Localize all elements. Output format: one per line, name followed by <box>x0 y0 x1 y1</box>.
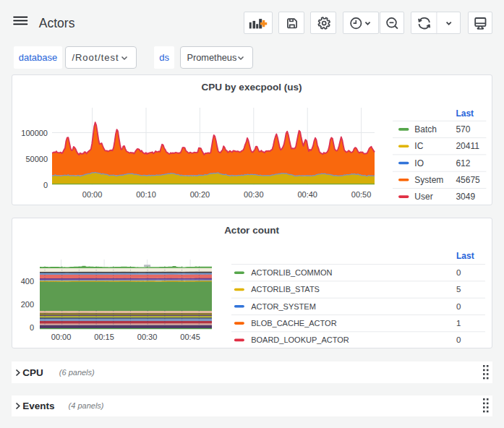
svg-text:00:30: 00:30 <box>137 333 158 341</box>
svg-text:Batch: Batch <box>414 124 437 134</box>
svg-text:400: 400 <box>21 277 34 286</box>
svg-text:00:50: 00:50 <box>351 190 372 199</box>
svg-text:5: 5 <box>456 285 461 294</box>
svg-text:20411: 20411 <box>456 141 479 151</box>
svg-text:200: 200 <box>21 300 34 309</box>
svg-text:3049: 3049 <box>456 192 475 202</box>
svg-text:CPU by execpool (us): CPU by execpool (us) <box>202 82 302 93</box>
svg-text:00:20: 00:20 <box>190 190 210 199</box>
svg-text:0: 0 <box>456 268 461 277</box>
svg-text:BOARD_LOOKUP_ACTOR: BOARD_LOOKUP_ACTOR <box>251 335 349 344</box>
svg-text:ACTORLIB_COMMON: ACTORLIB_COMMON <box>251 268 332 277</box>
svg-text:1: 1 <box>456 319 461 328</box>
svg-text:IO: IO <box>414 158 424 168</box>
svg-text:50000: 50000 <box>25 155 48 163</box>
svg-text:612: 612 <box>456 158 470 168</box>
svg-text:Last: Last <box>456 108 474 119</box>
svg-text:00:10: 00:10 <box>136 190 156 199</box>
svg-text:00:45: 00:45 <box>180 333 200 341</box>
svg-text:0: 0 <box>456 302 461 311</box>
svg-text:Last: Last <box>456 251 474 261</box>
svg-text:00:00: 00:00 <box>51 333 72 341</box>
svg-text:00:30: 00:30 <box>244 190 264 199</box>
svg-text:45675: 45675 <box>456 175 480 185</box>
svg-text:00:00: 00:00 <box>82 190 103 199</box>
svg-text:System: System <box>414 175 443 185</box>
svg-text:00:40: 00:40 <box>297 190 317 199</box>
svg-text:ACTORLIB_STATS: ACTORLIB_STATS <box>251 285 320 294</box>
svg-text:0: 0 <box>30 323 34 332</box>
svg-text:User: User <box>414 192 432 202</box>
svg-text:BLOB_CACHE_ACTOR: BLOB_CACHE_ACTOR <box>251 319 336 328</box>
svg-text:IC: IC <box>414 141 423 151</box>
svg-text:0: 0 <box>43 181 48 189</box>
svg-text:00:15: 00:15 <box>94 333 114 341</box>
svg-text:570: 570 <box>456 124 470 134</box>
svg-text:ACTOR_SYSTEM: ACTOR_SYSTEM <box>251 302 316 311</box>
svg-text:0: 0 <box>456 335 461 344</box>
svg-text:Actor count: Actor count <box>224 225 279 236</box>
svg-text:100000: 100000 <box>21 129 48 137</box>
